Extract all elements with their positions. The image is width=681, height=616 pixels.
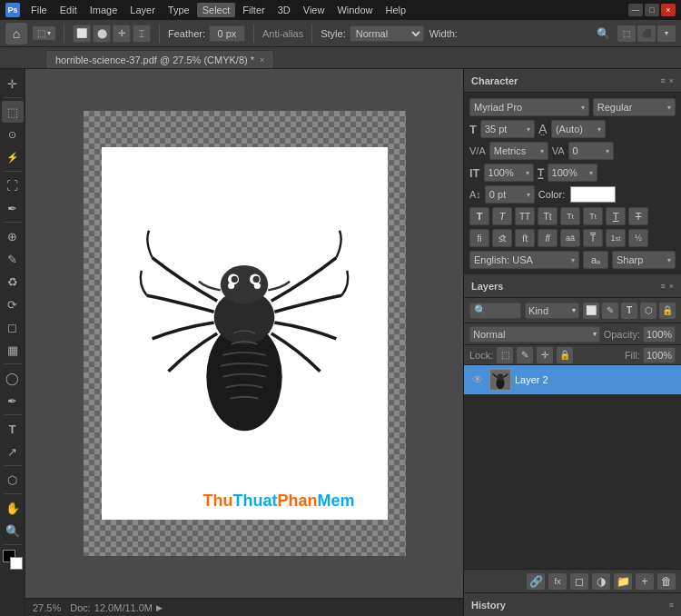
type-tool[interactable]: T <box>2 418 24 440</box>
circle-shape-button[interactable]: ⬤ <box>93 25 111 43</box>
lasso-tool[interactable]: ⊙ <box>2 124 24 145</box>
leading-dropdown[interactable]: (Auto) ▾ <box>551 120 606 138</box>
minimize-button[interactable]: — <box>628 4 643 16</box>
move-tool[interactable]: ✛ <box>2 73 24 94</box>
font-family-dropdown[interactable]: Myriad Pro ▾ <box>469 98 589 116</box>
font-style-dropdown[interactable]: Regular ▾ <box>593 98 676 116</box>
marquee-tool[interactable]: ⬚ <box>2 101 24 123</box>
close-button[interactable]: × <box>661 4 676 16</box>
layer-delete-button[interactable]: 🗑 <box>657 573 676 590</box>
filter-smart-button[interactable]: 🔒 <box>659 303 676 319</box>
layer-adj-button[interactable]: ◑ <box>592 573 610 590</box>
eyedropper-tool[interactable]: ✒ <box>2 197 24 219</box>
feather-input[interactable] <box>209 25 245 42</box>
layer-visibility-toggle[interactable]: 👁 <box>469 372 486 388</box>
zoom-tool[interactable]: 🔍 <box>2 520 24 541</box>
ordinal-button[interactable]: 1st <box>606 229 626 247</box>
opacity-input[interactable] <box>643 326 676 343</box>
menu-help[interactable]: Help <box>380 3 412 17</box>
tab-close-button[interactable]: × <box>260 55 264 65</box>
blend-mode-dropdown[interactable]: Normal ▾ <box>469 326 600 343</box>
strikethrough-button[interactable]: T <box>628 207 648 225</box>
tracking-dropdown[interactable]: 0 ▾ <box>568 142 614 160</box>
layer-group-button[interactable]: 📁 <box>614 573 632 590</box>
history-panel-menu[interactable]: ≡ <box>669 601 674 610</box>
lock-transparent-button[interactable]: ⬚ <box>497 347 513 363</box>
menu-window[interactable]: Window <box>331 3 378 17</box>
view-btn-1[interactable]: ⬚ <box>617 25 636 42</box>
doc-arrow[interactable]: ▶ <box>156 603 163 612</box>
path-select-tool[interactable]: ↗ <box>2 441 24 462</box>
bold-button[interactable]: T <box>469 207 489 225</box>
menu-3d[interactable]: 3D <box>272 3 296 17</box>
menu-view[interactable]: View <box>298 3 331 17</box>
color-swatch[interactable] <box>570 186 616 203</box>
history-brush-tool[interactable]: ⟳ <box>2 293 24 315</box>
maximize-button[interactable]: □ <box>645 4 659 16</box>
view-btn-3[interactable]: ▾ <box>657 25 676 42</box>
discretionary-button[interactable]: ﬅ <box>515 229 535 247</box>
background-color[interactable] <box>10 557 23 570</box>
hscale-dropdown[interactable]: 100% ▾ <box>548 164 597 182</box>
sharp-dropdown[interactable]: Sharp ▾ <box>612 251 676 269</box>
character-panel-close[interactable]: × <box>669 76 674 85</box>
antialiasing-button[interactable]: aₐ <box>583 251 608 269</box>
search-button[interactable]: 🔍 <box>594 25 612 43</box>
layer-new-button[interactable]: + <box>636 573 654 590</box>
menu-file[interactable]: File <box>25 3 53 17</box>
eraser-tool[interactable]: ◻ <box>2 316 24 338</box>
ligature-st-button[interactable]: ﬆ <box>492 229 512 247</box>
view-btn-2[interactable]: ⬛ <box>637 25 656 42</box>
lock-all-button[interactable]: 🔒 <box>557 347 573 363</box>
layers-kind-dropdown[interactable]: Kind ▾ <box>525 303 579 319</box>
brush-tool[interactable]: ✎ <box>2 248 24 270</box>
home-button[interactable]: ⌂ <box>5 23 27 45</box>
language-dropdown[interactable]: English: USA ▾ <box>469 251 579 269</box>
layer-mask-button[interactable]: ◻ <box>570 573 588 590</box>
filter-shape-button[interactable]: ⬡ <box>640 303 656 319</box>
layers-search[interactable]: 🔍 <box>469 303 521 319</box>
cross-shape-button[interactable]: ✛ <box>113 25 131 43</box>
fill-input[interactable] <box>643 347 676 363</box>
filter-adj-button[interactable]: ✎ <box>602 303 618 319</box>
oldstyle-button[interactable]: aā <box>560 229 580 247</box>
rect-shape-button[interactable]: ⬜ <box>73 25 91 43</box>
lock-pixel-button[interactable]: ✎ <box>517 347 533 363</box>
menu-edit[interactable]: Edit <box>54 3 83 17</box>
swash-button[interactable]: fl <box>538 229 558 247</box>
menu-layer[interactable]: Layer <box>124 3 161 17</box>
crop-tool[interactable]: ⛶ <box>2 174 24 196</box>
quick-select-tool[interactable]: ⚡ <box>2 146 24 168</box>
character-panel-menu[interactable]: ≡ <box>660 76 665 85</box>
titling-button[interactable]: T <box>583 229 603 247</box>
menu-select[interactable]: Select <box>197 3 236 17</box>
menu-filter[interactable]: Filter <box>237 3 270 17</box>
canvas-area[interactable]: ThuThuatPhanMem.vn 27.5% Doc: 12.0M/11.0… <box>25 69 463 616</box>
font-size-dropdown[interactable]: 35 pt ▾ <box>480 120 535 138</box>
smallcaps-button[interactable]: Tt <box>538 207 558 225</box>
layer-item[interactable]: 👁 Layer 2 <box>464 365 681 394</box>
lock-position-button[interactable]: ✛ <box>537 347 553 363</box>
subscript-button[interactable]: Tt <box>583 207 603 225</box>
kerning-dropdown[interactable]: Metrics ▾ <box>489 142 548 160</box>
italic-button[interactable]: T <box>492 207 512 225</box>
filter-pixel-button[interactable]: ⬜ <box>583 303 599 319</box>
menu-type[interactable]: Type <box>163 3 195 17</box>
style-select[interactable]: Normal Fixed Ratio Fixed Size <box>350 25 424 42</box>
menu-image[interactable]: Image <box>84 3 123 17</box>
layer-link-button[interactable]: 🔗 <box>527 573 545 590</box>
custom-shape-button[interactable]: ⌶ <box>133 25 151 43</box>
shape-tool[interactable]: ⬡ <box>2 469 24 491</box>
ligature-fi-button[interactable]: fi <box>469 229 489 247</box>
filter-type-button[interactable]: T <box>621 303 637 319</box>
dodge-tool[interactable]: ◯ <box>2 367 24 389</box>
layers-panel-menu[interactable]: ≡ <box>660 282 665 291</box>
document-tab[interactable]: horrible-science-37.pdf @ 27.5% (CMYK/8)… <box>45 50 274 68</box>
baseline-dropdown[interactable]: 0 pt ▾ <box>485 185 535 204</box>
allcaps-button[interactable]: TT <box>515 207 535 225</box>
layer-fx-button[interactable]: fx <box>548 573 567 590</box>
hand-tool[interactable]: ✋ <box>2 497 24 519</box>
fractions-button[interactable]: ½ <box>628 229 648 247</box>
clone-tool[interactable]: ♻ <box>2 271 24 293</box>
marquee-tool-button[interactable]: ⬚ ▾ <box>33 26 55 40</box>
